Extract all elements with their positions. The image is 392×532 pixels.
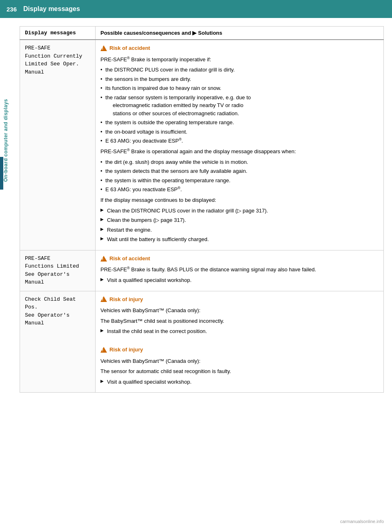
- list-item: E 63 AMG: you deactivate ESP®.: [100, 137, 379, 145]
- warning-triangle-icon-3a: [100, 296, 107, 302]
- causes-3: Risk of injury Vehicles with BabySmart™ …: [96, 291, 384, 393]
- list-item: Clean the bumpers (▷ page 317).: [100, 216, 379, 224]
- bullet-list-2: the dirt (e.g. slush) drops away while t…: [100, 158, 379, 194]
- risk-warning-1: Risk of accident: [100, 44, 379, 52]
- list-item: the on-board voltage is insufficient.: [100, 128, 379, 136]
- warning-triangle-icon-1: [100, 45, 107, 51]
- desc-text-3b: The sensor for automatic child seat reco…: [100, 367, 379, 376]
- display-msg-3: Check Child SeatPos.See Operator'sManual: [20, 291, 96, 393]
- intro-text-1: PRE-SAFE® Brake is temporarily inoperati…: [100, 56, 379, 64]
- arrow-list-2: Visit a qualified specialist workshop.: [100, 276, 379, 284]
- list-item: Install the child seat in the correct po…: [100, 327, 379, 335]
- arrow-list-1: Clean the DISTRONIC PLUS cover in the ra…: [100, 207, 379, 244]
- arrow-list-3b: Visit a qualified specialist workshop.: [100, 378, 379, 386]
- page-number: 236: [7, 6, 17, 13]
- list-item: Wait until the battery is sufficiently c…: [100, 235, 379, 244]
- list-item: the system is outside the operating temp…: [100, 118, 379, 127]
- table-row: PRE-SAFEFunctions LimitedSee Operator'sM…: [20, 250, 384, 291]
- display-msg-2: PRE-SAFEFunctions LimitedSee Operator'sM…: [20, 250, 96, 291]
- list-item: Clean the DISTRONIC PLUS cover in the ra…: [100, 207, 379, 215]
- list-item: the DISTRONIC PLUS cover in the radiator…: [100, 66, 379, 74]
- risk-warning-3a: Risk of injury: [100, 295, 379, 304]
- intro-text-2: PRE-SAFE® Brake is faulty. BAS PLUS or t…: [100, 266, 379, 274]
- risk-warning-2: Risk of accident: [100, 255, 379, 263]
- header-title: Display messages: [23, 5, 80, 13]
- bullet-list-1: the DISTRONIC PLUS cover in the radiator…: [100, 66, 379, 145]
- intro-text-3a: Vehicles with BabySmart™ (Canada only):: [100, 306, 379, 315]
- risk-label-1: Risk of accident: [109, 44, 150, 52]
- causes-2: Risk of accident PRE-SAFE® Brake is faul…: [96, 250, 384, 291]
- desc-text-3a: The BabySmart™ child seat is positioned …: [100, 317, 379, 325]
- arrow-list-3a: Install the child seat in the correct po…: [100, 327, 379, 335]
- list-item: Visit a qualified specialist workshop.: [100, 378, 379, 386]
- causes-1: Risk of accident PRE-SAFE® Brake is temp…: [96, 40, 384, 250]
- list-item: the radar sensor system is temporarily i…: [100, 94, 379, 118]
- list-item: Restart the engine.: [100, 226, 379, 234]
- if-continues-text: If the display message continues to be d…: [100, 196, 379, 204]
- list-item: its function is impaired due to heavy ra…: [100, 84, 379, 92]
- list-item: the system is within the operating tempe…: [100, 177, 379, 185]
- content-area: Display messages Possible causes/consequ…: [11, 18, 392, 401]
- list-item: the dirt (e.g. slush) drops away while t…: [100, 158, 379, 166]
- col1-header: Display messages: [20, 27, 96, 40]
- col2-header: Possible causes/consequences and ▶ Solut…: [96, 27, 384, 40]
- list-item: E 63 AMG: you reactivate ESP®.: [100, 186, 379, 194]
- display-msg-1: PRE-SAFEFunction CurrentlyLimited See Op…: [20, 40, 96, 250]
- footer-watermark: carmanualsonline.info: [340, 519, 384, 524]
- list-item: Visit a qualified specialist workshop.: [100, 276, 379, 284]
- risk-label-3a: Risk of injury: [109, 295, 143, 304]
- table-row: PRE-SAFEFunction CurrentlyLimited See Op…: [20, 40, 384, 250]
- list-item: the sensors in the bumpers are dirty.: [100, 75, 379, 83]
- risk-label-2: Risk of accident: [109, 255, 150, 263]
- list-item: the system detects that the sensors are …: [100, 167, 379, 175]
- table-row: Check Child SeatPos.See Operator'sManual…: [20, 291, 384, 393]
- operational-intro: PRE-SAFE® Brake is operational again and…: [100, 148, 379, 156]
- table-header-row: Display messages Possible causes/consequ…: [20, 27, 384, 40]
- main-table: Display messages Possible causes/consequ…: [20, 26, 384, 393]
- risk-label-3b: Risk of injury: [109, 346, 143, 354]
- warning-triangle-icon-3b: [100, 347, 107, 353]
- risk-warning-3b: Risk of injury: [100, 346, 379, 354]
- sidebar-indicator: [0, 157, 3, 190]
- sidebar-label-text: On-board computer and displays: [3, 99, 9, 182]
- sidebar-label: On-board computer and displays: [0, 18, 11, 263]
- page-header: 236 Display messages: [0, 0, 392, 18]
- warning-triangle-icon-2: [100, 256, 107, 262]
- intro-text-3b: Vehicles with BabySmart™ (Canada only):: [100, 357, 379, 365]
